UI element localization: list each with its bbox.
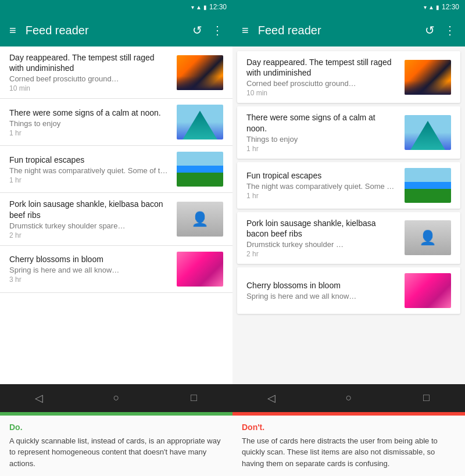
right-feed-image-1 [405,60,451,95]
left-recents-button[interactable]: □ [182,386,205,410]
right-feed-subtitle-4: Drumstick turkey shoulder … [246,240,398,249]
right-home-button[interactable]: ○ [337,386,360,410]
left-feed-title-3: Fun tropical escapes [9,155,170,165]
left-feed-content-1: Day reappeared. The tempest still raged … [9,52,170,92]
right-feed-subtitle-3: The night was comparatively quiet. Some … [246,182,398,191]
left-nav-bar: ◁ ○ □ [0,384,233,412]
right-menu-icon[interactable]: ≡ [242,24,249,37]
left-feed-subtitle-3: The night was comparatively quiet. Some … [9,166,170,175]
right-feed-image-2 [405,115,451,150]
left-bottom-desc: A quickly scannable list, instead of car… [9,435,223,470]
left-time: 12:30 [209,3,227,11]
battery-icon: ▮ [203,4,207,10]
wifi-icon: ▾ [191,4,194,10]
right-app-title: Feed reader [258,24,416,37]
left-feed-subtitle-4: Drumstick turkey shoulder spare… [9,221,170,230]
right-feed-image-5 [405,273,451,308]
right-bottom-section: Don't. The use of cards here distracts t… [233,412,465,477]
right-battery-icon: ▮ [436,4,439,10]
right-recents-button[interactable]: □ [414,386,438,410]
left-feed-item-2[interactable]: There were some signs of a calm at noon.… [0,99,233,146]
right-feed-subtitle-5: Spring is here and we all know… [246,292,398,300]
left-home-button[interactable]: ○ [105,386,128,410]
left-feed-item-5[interactable]: Cherry blossoms in bloom Spring is here … [0,246,233,293]
left-app-bar: ≡ Feed reader ↺ ⋮ [0,14,233,46]
right-feed-title-5: Cherry blossoms in bloom [246,280,398,291]
right-feed-item-3[interactable]: Fun tropical escapes The night was compa… [237,162,460,209]
right-feed-time-4: 2 hr [246,250,398,258]
right-feed-content-1: Day reappeared. The tempest still raged … [246,57,398,97]
left-feed-item-3[interactable]: Fun tropical escapes The night was compa… [0,146,233,193]
left-feed-image-3 [177,152,223,187]
left-feed-item-1[interactable]: Day reappeared. The tempest still raged … [0,46,233,99]
left-feed-content-2: There were some signs of a calm at noon.… [9,108,170,137]
right-feed-time-3: 1 hr [246,192,398,200]
left-feed-subtitle-5: Spring is here and we all know… [9,266,170,274]
right-feed-image-3 [405,168,451,203]
left-feed-content-5: Cherry blossoms in bloom Spring is here … [9,254,170,284]
right-wifi-icon: ▾ [424,4,427,10]
right-feed-item-4[interactable]: Pork loin sausage shankle, kielbasa baco… [237,212,460,264]
left-feed-time-4: 2 hr [9,231,170,239]
left-feed-image-2 [177,105,223,139]
left-feed-item-4[interactable]: Pork loin sausage shankle, kielbasa baco… [0,193,233,245]
left-status-icons: ▾ ▲ ▮ [191,4,207,10]
right-feed-time-1: 10 min [246,89,398,97]
right-time: 12:30 [442,3,459,11]
left-feed-title-4: Pork loin sausage shankle, kielbasa baco… [9,199,170,220]
left-bottom-text: Do. A quickly scannable list, instead of… [0,416,233,477]
right-feed-title-2: There were some signs of a calm at noon. [246,112,398,133]
right-feed-item-2[interactable]: There were some signs of a calm at noon.… [237,106,460,158]
left-feed-time-2: 1 hr [9,129,170,137]
right-feed-item-5[interactable]: Cherry blossoms in bloom Spring is here … [237,267,460,314]
right-feed-time-2: 1 hr [246,145,398,153]
right-feed-content-5: Cherry blossoms in bloom Spring is here … [246,280,398,302]
left-phone: ▾ ▲ ▮ 12:30 ≡ Feed reader ↺ ⋮ Day reappe… [0,0,233,476]
right-status-icons: ▾ ▲ ▮ [424,4,439,10]
right-bottom-desc: The use of cards here distracts the user… [242,435,456,470]
right-feed-title-3: Fun tropical escapes [246,170,398,181]
left-feed-title-5: Cherry blossoms in bloom [9,254,170,264]
left-feed-time-3: 1 hr [9,176,170,184]
right-signal-icon: ▲ [428,4,434,10]
left-feed-title-1: Day reappeared. The tempest still raged … [9,52,170,73]
right-feed-title-1: Day reappeared. The tempest still raged … [246,57,398,78]
left-feed-subtitle-2: Things to enjoy [9,119,170,128]
left-feed-time-5: 3 hr [9,275,170,284]
left-feed-image-1 [177,55,223,90]
signal-icon: ▲ [196,4,202,10]
left-bottom-label: Do. [9,423,223,432]
right-more-icon[interactable]: ⋮ [444,23,456,37]
left-app-title: Feed reader [26,24,183,37]
left-menu-icon[interactable]: ≡ [9,24,16,37]
right-phone: ▾ ▲ ▮ 12:30 ≡ Feed reader ↺ ⋮ Day reappe… [233,0,465,476]
left-feed-image-4: 👤 [177,202,223,237]
left-feed-content-4: Pork loin sausage shankle, kielbasa baco… [9,199,170,239]
right-feed-content-4: Pork loin sausage shankle, kielbasa baco… [246,218,398,258]
right-feed-content-2: There were some signs of a calm at noon.… [246,112,398,152]
left-bottom-section: Do. A quickly scannable list, instead of… [0,412,233,477]
right-feed-subtitle-1: Corned beef prosciutto ground… [246,79,398,88]
right-feed-list: Day reappeared. The tempest still raged … [233,46,465,384]
right-bottom-text: Don't. The use of cards here distracts t… [233,416,465,477]
left-status-bar: ▾ ▲ ▮ 12:30 [0,0,233,14]
right-app-bar: ≡ Feed reader ↺ ⋮ [233,14,465,46]
left-feed-content-3: Fun tropical escapes The night was compa… [9,155,170,184]
left-refresh-icon[interactable]: ↺ [192,23,202,37]
right-bottom-label: Don't. [242,423,456,432]
left-back-button[interactable]: ◁ [27,386,51,410]
right-nav-bar: ◁ ○ □ [233,384,465,412]
right-feed-item-1[interactable]: Day reappeared. The tempest still raged … [237,51,460,103]
right-feed-title-4: Pork loin sausage shankle, kielbasa baco… [246,218,398,239]
left-feed-image-5 [177,252,223,287]
left-feed-list: Day reappeared. The tempest still raged … [0,46,233,384]
right-back-button[interactable]: ◁ [260,386,283,410]
left-more-icon[interactable]: ⋮ [212,23,223,37]
right-feed-image-4: 👤 [405,220,451,255]
left-feed-title-2: There were some signs of a calm at noon. [9,108,170,118]
left-feed-subtitle-1: Corned beef prosciutto ground… [9,74,170,83]
right-feed-subtitle-2: Things to enjoy [246,135,398,144]
right-refresh-icon[interactable]: ↺ [425,23,435,37]
right-status-bar: ▾ ▲ ▮ 12:30 [233,0,465,14]
right-feed-content-3: Fun tropical escapes The night was compa… [246,170,398,200]
